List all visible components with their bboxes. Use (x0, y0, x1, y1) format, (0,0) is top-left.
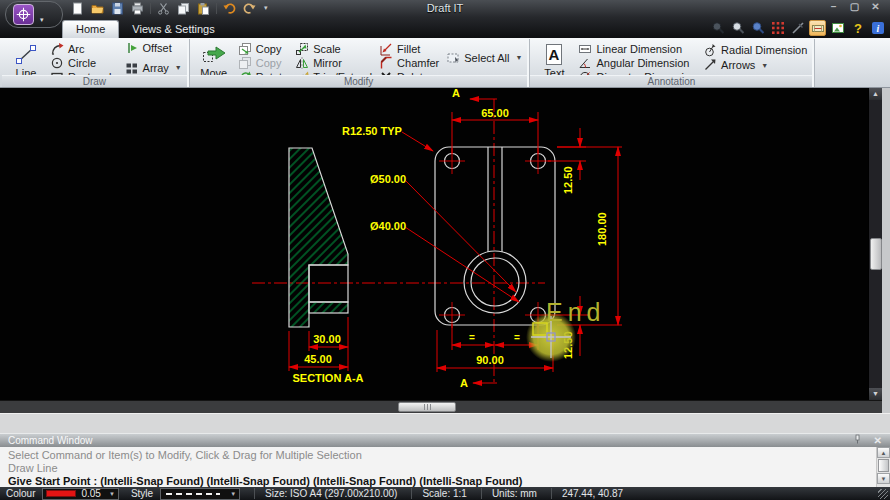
vertical-scroll-thumb[interactable] (870, 238, 882, 270)
canvas-horizontal-scrollbar[interactable] (0, 400, 882, 413)
app-logo-icon (13, 4, 34, 25)
circle-button[interactable]: Circle (48, 56, 120, 70)
command-scroll-thumb[interactable] (878, 459, 889, 472)
snap-tooltip: End (546, 298, 605, 326)
cursor-coordinates: 247.44, 40.87 (551, 488, 623, 499)
front-view (435, 147, 555, 325)
style-label: Style (131, 488, 153, 499)
arrows-button[interactable]: Arrows ▼ (701, 58, 809, 72)
horizontal-scroll-thumb[interactable] (398, 402, 456, 412)
chevron-down-icon: ▼ (109, 491, 115, 497)
status-bar: Colour 0.05 ▼ Style ▼ Size: ISO A4 (297.… (0, 487, 890, 500)
move-button[interactable]: Move (195, 41, 233, 74)
dim-45: 45.00 (304, 353, 332, 365)
select-all-button[interactable]: Select All ▼ (444, 51, 524, 65)
colour-width-dropdown[interactable]: 0.05 ▼ (42, 488, 118, 500)
resize-grip[interactable] (878, 489, 888, 499)
tab-views-settings[interactable]: Views & Settings (119, 21, 227, 38)
radial-dimension-button[interactable]: Radial Dimension (701, 43, 809, 57)
save-button[interactable] (110, 1, 125, 15)
fillet-button[interactable]: Fillet (377, 42, 441, 56)
line-button[interactable]: Line (7, 41, 45, 74)
help-icon[interactable]: ? (849, 20, 866, 36)
ribbon: Line Arc Circle Rectangle (0, 38, 890, 88)
canvas-vertical-scrollbar[interactable]: ▲ ▼ (868, 88, 882, 400)
ortho-line-icon[interactable] (789, 20, 806, 36)
ribbon-group-draw: Line Arc Circle Rectangle (2, 39, 190, 87)
line-width-value: 0.05 (81, 488, 100, 499)
angular-dimension-label: Angular Dimension (596, 57, 689, 69)
equal-mark-right: = (514, 332, 520, 343)
tab-home[interactable]: Home (62, 20, 119, 38)
new-file-button[interactable] (70, 1, 85, 15)
copy-button[interactable]: Copy (236, 42, 290, 56)
open-file-button[interactable] (90, 1, 105, 15)
line-style-dropdown[interactable]: ▼ (160, 488, 240, 500)
command-history-line: Select Command or Item(s) to Modify, Cli… (0, 449, 890, 462)
circle-icon (50, 56, 64, 70)
scroll-down-button[interactable]: ▼ (877, 473, 890, 484)
chevron-down-icon: ▼ (759, 62, 768, 69)
close-button[interactable]: ✕ (867, 1, 884, 13)
scale-button[interactable]: Scale (293, 42, 374, 56)
mirror-icon (295, 56, 309, 70)
move-icon (201, 43, 227, 67)
scroll-up-button[interactable]: ▲ (869, 88, 882, 100)
zoom-extents-icon[interactable] (749, 20, 766, 36)
linear-dimension-icon (578, 42, 592, 56)
command-scrollbar[interactable]: ▲ ▼ (876, 447, 890, 487)
radial-dimension-label: Radial Dimension (721, 44, 807, 56)
titlebar: Draft IT – ▢ ✕ ▾ ▾ Home (0, 0, 890, 38)
offset-button[interactable]: Offset (123, 41, 184, 55)
scroll-up-button[interactable]: ▲ (877, 447, 890, 458)
ribbon-group-modify: Move Copy Copy Rotate Sca (190, 39, 531, 87)
redo-button[interactable] (242, 1, 257, 15)
drawing-canvas[interactable]: 65.00 R12.50 TYP Ø50.00 Ø40.00 12.50 180… (0, 88, 868, 400)
chamfer-button[interactable]: Chamfer (377, 56, 441, 70)
image-icon[interactable] (829, 20, 846, 36)
command-window-header[interactable]: Command Window ✕ (0, 433, 890, 447)
cut-button[interactable] (156, 1, 171, 15)
zoom-out-icon[interactable] (729, 20, 746, 36)
mirror-button[interactable]: Mirror (293, 56, 374, 70)
window-controls: – ▢ ✕ (825, 1, 884, 13)
mirror-label: Mirror (313, 57, 342, 69)
quick-access-toolbar: ▾ (70, 1, 268, 15)
intelli-snap-toggle-icon[interactable] (809, 20, 826, 36)
thumb-grip (424, 404, 431, 410)
command-window-body[interactable]: Select Command or Item(s) to Modify, Cli… (0, 447, 890, 487)
qat-more-button[interactable]: ▾ (262, 4, 268, 12)
text-button[interactable]: A Text ▼ (535, 41, 573, 74)
angular-dimension-button[interactable]: Angular Dimension (576, 56, 698, 70)
line-style-preview (166, 493, 220, 495)
arc-label: Arc (68, 43, 85, 55)
section-marker-bottom: A (460, 377, 468, 389)
svg-text:i: i (876, 23, 879, 34)
maximize-button[interactable]: ▢ (846, 1, 863, 13)
info-icon[interactable]: i (869, 20, 886, 36)
chamfer-label: Chamfer (397, 57, 439, 69)
chamfer-icon (379, 56, 393, 70)
application-menu-button[interactable]: ▾ (5, 1, 63, 28)
dia-40: Ø40.00 (370, 220, 406, 232)
colour-label: Colour (6, 488, 35, 499)
dock-gap (0, 413, 890, 433)
chevron-down-icon: ▼ (514, 54, 523, 61)
zoom-window-icon[interactable] (709, 20, 726, 36)
dim-65: 65.00 (481, 107, 509, 119)
print-button[interactable] (130, 1, 145, 15)
array-button[interactable]: Array ▼ (123, 61, 184, 75)
arc-button[interactable]: Arc (48, 42, 120, 56)
pin-icon[interactable] (853, 434, 862, 447)
scroll-down-button[interactable]: ▼ (869, 388, 882, 400)
copy-button[interactable] (176, 1, 191, 15)
paste-button[interactable] (196, 1, 211, 15)
circle-label: Circle (68, 57, 96, 69)
minimize-button[interactable]: – (825, 1, 842, 13)
snap-grid-icon[interactable] (769, 20, 786, 36)
linear-dimension-button[interactable]: Linear Dimension (576, 42, 698, 56)
scale-status: Scale: 1:1 (411, 488, 466, 499)
command-prompt-line: Give Start Point : (Intelli-Snap Found) … (0, 475, 890, 487)
undo-button[interactable] (222, 1, 237, 15)
close-icon[interactable]: ✕ (874, 434, 882, 447)
